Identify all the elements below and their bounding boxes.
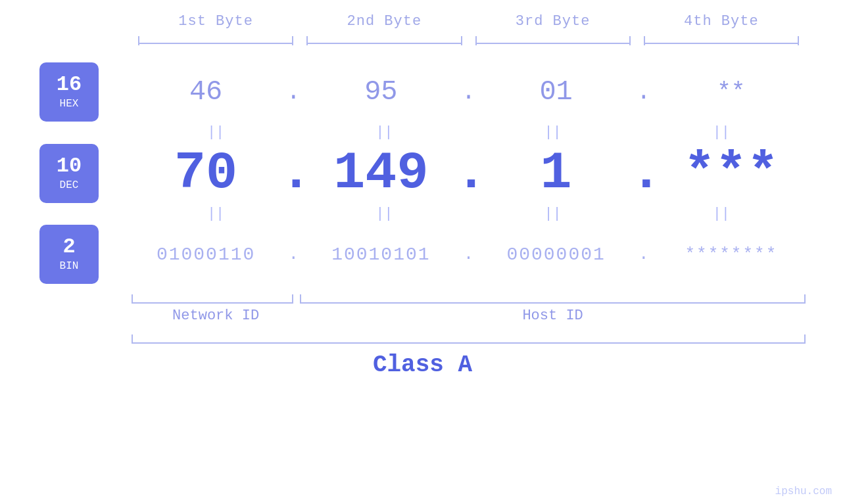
bin-number: 2	[62, 237, 75, 258]
host-bracket	[300, 290, 806, 304]
col3-header: 3rd Byte	[469, 13, 637, 30]
network-bracket	[132, 290, 293, 304]
bin-b1: 01000110	[132, 244, 280, 265]
watermark: ipshu.com	[775, 486, 832, 497]
hex-number: 16	[57, 74, 82, 95]
hex-label: HEX	[60, 98, 79, 110]
class-label: Class A	[39, 352, 806, 378]
hex-b2: 95	[306, 76, 455, 108]
eq8: ||	[637, 206, 806, 222]
bin-b4-value: ********	[685, 244, 777, 264]
hex-values: 46 . 95 . 01 . **	[132, 76, 806, 108]
bin-row: 2 BIN 01000110 . 10010101 . 00000001 .	[39, 225, 806, 284]
bin-b1-value: 01000110	[157, 244, 255, 265]
dot-bin-1: .	[280, 244, 306, 264]
dot-hex-3: .	[631, 79, 657, 106]
dec-b3-value: 1	[541, 143, 572, 203]
hex-b4-value: **	[717, 79, 745, 106]
hex-b1: 46	[132, 76, 280, 108]
dec-b3: 1	[482, 143, 631, 203]
dot-dec-1: .	[280, 147, 306, 200]
id-labels-row: Network ID Host ID	[39, 308, 806, 324]
bottom-brackets-container	[39, 290, 806, 304]
bin-badge: 2 BIN	[39, 225, 99, 284]
top-brackets	[39, 36, 806, 49]
bin-label: BIN	[60, 260, 79, 272]
dec-label: DEC	[60, 179, 79, 191]
bin-b2: 10010101	[306, 244, 455, 265]
host-id-label: Host ID	[300, 308, 806, 324]
dec-row: 10 DEC 70 . 149 . 1 . ***	[39, 143, 806, 203]
hex-badge: 16 HEX	[39, 62, 99, 122]
eq3: ||	[469, 124, 637, 141]
dot-dec-3: .	[631, 147, 657, 200]
dec-b2: 149	[306, 143, 455, 203]
dec-values: 70 . 149 . 1 . ***	[132, 143, 806, 203]
main-container: 1st Byte 2nd Byte 3rd Byte 4th Byte 16 H…	[0, 0, 845, 504]
dot-hex-2: .	[456, 79, 482, 106]
col2-header: 2nd Byte	[300, 13, 468, 30]
dec-b4: ***	[657, 143, 806, 203]
dec-b1-value: 70	[174, 143, 237, 203]
hex-b2-value: 95	[364, 76, 397, 108]
network-id-label: Network ID	[132, 308, 300, 324]
bin-b4: ********	[657, 244, 806, 264]
bracket-col2	[306, 36, 462, 49]
dec-badge: 10 DEC	[39, 144, 99, 203]
dot-dec-2: .	[456, 147, 482, 200]
col4-header: 4th Byte	[637, 13, 806, 30]
bracket-col1	[138, 36, 293, 49]
bin-b2-value: 10010101	[331, 244, 430, 265]
eq4: ||	[637, 124, 806, 141]
bin-b3-value: 00000001	[506, 244, 605, 265]
equals-row-2: || || || ||	[39, 206, 806, 222]
dot-bin-3: .	[631, 244, 657, 264]
hex-b4: **	[657, 79, 806, 106]
dec-b1: 70	[132, 143, 280, 203]
dec-number: 10	[57, 156, 82, 177]
eq5: ||	[132, 206, 300, 222]
hex-b1-value: 46	[189, 76, 222, 108]
bracket-col3	[475, 36, 631, 49]
eq1: ||	[132, 124, 300, 141]
eq2: ||	[300, 124, 468, 141]
bin-values: 01000110 . 10010101 . 00000001 . *******…	[132, 244, 806, 265]
byte-headers: 1st Byte 2nd Byte 3rd Byte 4th Byte	[39, 13, 806, 30]
class-bracket	[132, 331, 806, 344]
hex-b3-value: 01	[539, 76, 572, 108]
equals-row-1: || || || ||	[39, 124, 806, 141]
hex-b3: 01	[482, 76, 631, 108]
eq7: ||	[469, 206, 637, 222]
dec-b2-value: 149	[333, 143, 428, 203]
dot-bin-2: .	[456, 244, 482, 264]
eq6: ||	[300, 206, 468, 222]
hex-row: 16 HEX 46 . 95 . 01 . **	[39, 62, 806, 122]
dec-b4-value: ***	[684, 143, 779, 203]
bracket-col4	[644, 36, 799, 49]
col1-header: 1st Byte	[132, 13, 300, 30]
bin-b3: 00000001	[482, 244, 631, 265]
dot-hex-1: .	[280, 79, 306, 106]
